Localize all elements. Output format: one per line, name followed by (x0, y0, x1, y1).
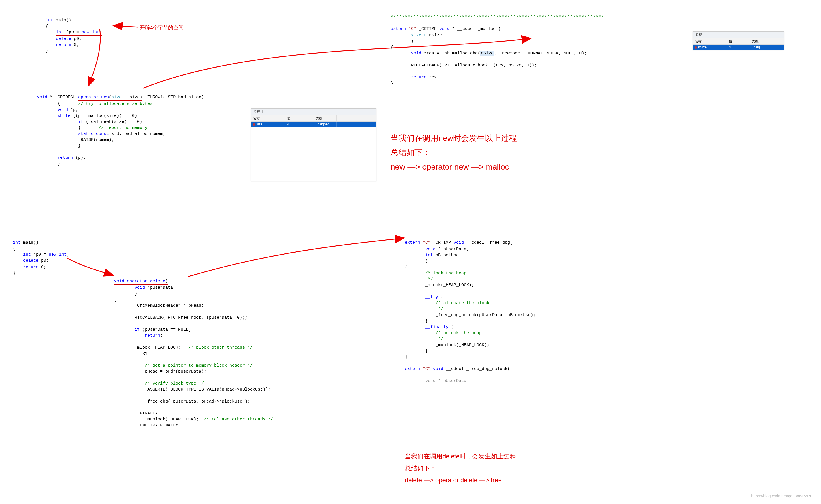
annotation-delete-summary: 当我们在调用delete时，会发生如上过程 总结如下： delete —> op… (405, 450, 516, 486)
watermark: https://blog.csdn.net/qq_38646470 (751, 494, 812, 498)
watch1-title: 监视 1 (251, 109, 376, 115)
separator-vertical (382, 10, 382, 115)
line-return-0: return 0; (46, 42, 79, 47)
watch-window-1[interactable]: 监视 1 名称 值 类型 size 4 unsigned (251, 108, 376, 181)
watch1-header: 名称 值 类型 (251, 115, 376, 122)
code-malloc: extern "C" _CRTIMP void * __cdecl _mallo… (391, 20, 587, 86)
bullet-icon (253, 123, 255, 126)
code-operator-delete: void operator delete( void *pUserData ) … (114, 272, 273, 428)
bullet-icon (695, 46, 697, 49)
code-free-dbg: extern "C" _CRTIMP void __cdecl _free_db… (405, 234, 536, 384)
watch2-row[interactable]: nSize 4 unsig (693, 45, 784, 50)
watch2-title: 监视 1 (693, 32, 784, 38)
annotation-alloc4: 开辟4个字节的空间 (140, 24, 184, 31)
separator-stars: ****************************************… (391, 14, 604, 20)
watch1-row[interactable]: size 4 unsigned (251, 122, 376, 127)
watch-window-2[interactable]: 监视 1 名称 值 类型 nSize 4 unsig (693, 31, 784, 50)
code-main-2: int main() { int *p0 = new int; delete p… (13, 234, 69, 276)
annotation-new-summary: 当我们在调用new时会发生以上过程 总结如下： new —> operator … (391, 131, 517, 174)
code-operator-new: void *__CRTDECL operator new(size_t size… (37, 88, 204, 167)
line-delete-p0: delete p0; (46, 36, 82, 41)
code-main-1: int main() { int *p0 = new int; delete p… (46, 11, 102, 54)
watch2-header: 名称 值 类型 (693, 38, 784, 45)
